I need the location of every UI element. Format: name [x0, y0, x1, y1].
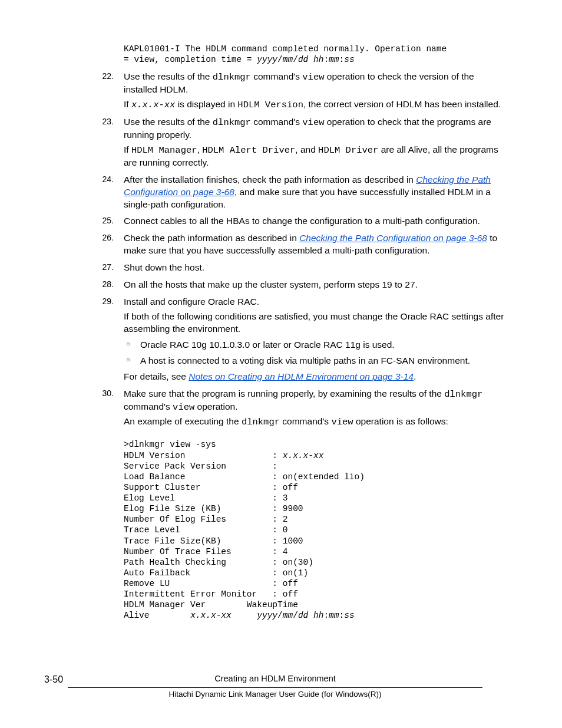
- step-29: 29. Install and configure Oracle RAC. If…: [109, 296, 506, 383]
- step-30: 30. Make sure that the program is runnin…: [109, 388, 506, 429]
- step-text: Use the results of the dlnkmgr command's…: [124, 71, 474, 94]
- step-text: After the installation finishes, check t…: [124, 174, 491, 209]
- step-number: 27.: [96, 262, 114, 273]
- step-text: Connect cables to all the HBAs to change…: [124, 216, 480, 226]
- code-completion: KAPL01001-I The HDLM command completed n…: [124, 44, 506, 65]
- instruction-list: 22. Use the results of the dlnkmgr comma…: [44, 71, 506, 429]
- page-number: 3-50: [44, 673, 63, 686]
- step-24: 24. After the installation finishes, che…: [109, 174, 506, 211]
- step-subtext: For details, see Notes on Creating an HD…: [124, 371, 506, 383]
- page-footer: 3-50 Creating an HDLM Environment Hitach…: [44, 673, 506, 700]
- step-number: 25.: [96, 215, 114, 226]
- step-28: 28. On all the hosts that make up the cl…: [109, 279, 506, 291]
- bullet-item: A host is connected to a voting disk via…: [124, 355, 506, 367]
- step-text: Make sure that the program is running pr…: [124, 388, 482, 411]
- footer-divider: [68, 687, 482, 688]
- step-number: 23.: [96, 116, 114, 127]
- step-subtext: If HDLM Manager, HDLM Alert Driver, and …: [124, 144, 506, 169]
- step-text: Shut down the host.: [124, 262, 204, 272]
- step-number: 29.: [96, 296, 114, 307]
- step-subtext: An example of executing the dlnkmgr comm…: [124, 416, 506, 429]
- step-23: 23. Use the results of the dlnkmgr comma…: [109, 116, 506, 169]
- step-subtext: If x.x.x-xx is displayed in HDLM Version…: [124, 98, 506, 111]
- code-output: >dlnkmgr view -sys HDLM Version : x.x.x-…: [124, 439, 506, 621]
- step-25: 25. Connect cables to all the HBAs to ch…: [109, 215, 506, 228]
- step-number: 22.: [96, 71, 114, 82]
- step-subtext: If both of the following conditions are …: [124, 311, 506, 335]
- step-number: 24.: [96, 174, 114, 185]
- step-number: 28.: [96, 279, 114, 290]
- step-text: Install and configure Oracle RAC.: [124, 297, 259, 307]
- step-text: Use the results of the dlnkmgr command's…: [124, 117, 491, 140]
- xref-link[interactable]: Checking the Path Configuration on page …: [299, 233, 487, 243]
- step-number: 26.: [96, 232, 114, 243]
- xref-link[interactable]: Notes on Creating an HDLM Environment on…: [189, 371, 414, 381]
- footer-subtitle: Hitachi Dynamic Link Manager User Guide …: [44, 689, 506, 700]
- step-26: 26. Check the path information as descri…: [109, 232, 506, 257]
- step-27: 27. Shut down the host.: [109, 262, 506, 274]
- step-22: 22. Use the results of the dlnkmgr comma…: [109, 71, 506, 111]
- step-number: 30.: [96, 388, 114, 399]
- bullet-item: Oracle RAC 10g 10.1.0.3.0 or later or Or…: [124, 339, 506, 351]
- step-text: Check the path information as described …: [124, 233, 497, 255]
- footer-title: Creating an HDLM Environment: [44, 673, 506, 685]
- bullet-list: Oracle RAC 10g 10.1.0.3.0 or later or Or…: [124, 339, 506, 367]
- step-text: On all the hosts that make up the cluste…: [124, 279, 418, 289]
